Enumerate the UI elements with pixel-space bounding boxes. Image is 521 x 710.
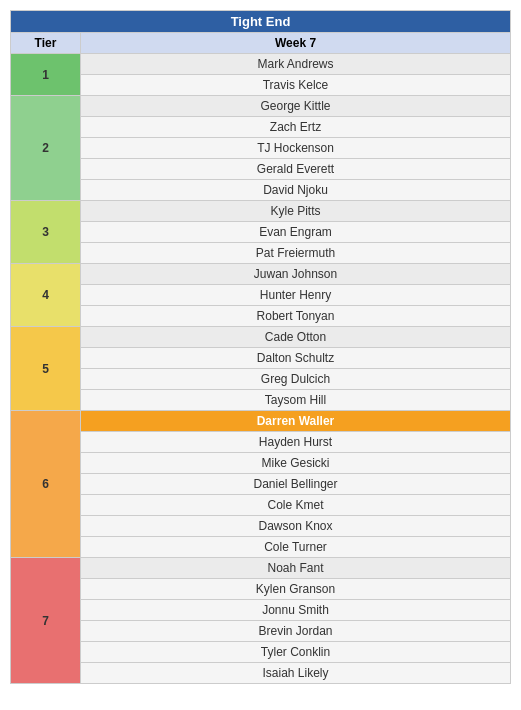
table-row: 7Noah Fant [11,558,511,579]
player-name: Juwan Johnson [81,264,511,285]
table-row: Isaiah Likely [11,663,511,684]
table-row: Jonnu Smith [11,600,511,621]
table-row: 5Cade Otton [11,327,511,348]
player-name: Hunter Henry [81,285,511,306]
table-row: Travis Kelce [11,75,511,96]
player-name: Dalton Schultz [81,348,511,369]
table-row: Brevin Jordan [11,621,511,642]
table-row: Robert Tonyan [11,306,511,327]
tier-3-cell: 3 [11,201,81,264]
player-name: TJ Hockenson [81,138,511,159]
tier-7-cell: 7 [11,558,81,684]
player-name: Greg Dulcich [81,369,511,390]
player-name: Noah Fant [81,558,511,579]
table-row: Taysom Hill [11,390,511,411]
tier-4-cell: 4 [11,264,81,327]
table-row: 6Darren Waller [11,411,511,432]
player-name: Cole Turner [81,537,511,558]
rankings-table: Tight End Tier Week 7 1Mark AndrewsTravi… [10,10,511,684]
player-name: Mike Gesicki [81,453,511,474]
table-row: Cole Turner [11,537,511,558]
player-name: Mark Andrews [81,54,511,75]
player-name: Travis Kelce [81,75,511,96]
player-name: George Kittle [81,96,511,117]
table-title: Tight End [11,11,511,33]
player-name: David Njoku [81,180,511,201]
player-name: Darren Waller [81,411,511,432]
table-row: Daniel Bellinger [11,474,511,495]
table-row: Evan Engram [11,222,511,243]
table-row: Pat Freiermuth [11,243,511,264]
table-row: Zach Ertz [11,117,511,138]
player-name: Taysom Hill [81,390,511,411]
table-row: Hunter Henry [11,285,511,306]
player-name: Daniel Bellinger [81,474,511,495]
table-row: 1Mark Andrews [11,54,511,75]
table-row: Kylen Granson [11,579,511,600]
player-name: Kylen Granson [81,579,511,600]
tier-6-cell: 6 [11,411,81,558]
main-container: Tight End Tier Week 7 1Mark AndrewsTravi… [10,10,511,684]
tier-col-header: Tier [11,33,81,54]
player-name: Brevin Jordan [81,621,511,642]
player-name: Cole Kmet [81,495,511,516]
player-name: Isaiah Likely [81,663,511,684]
table-row: 4Juwan Johnson [11,264,511,285]
table-row: Hayden Hurst [11,432,511,453]
player-name: Evan Engram [81,222,511,243]
table-row: Gerald Everett [11,159,511,180]
player-name: Cade Otton [81,327,511,348]
table-row: Mike Gesicki [11,453,511,474]
tier-1-cell: 1 [11,54,81,96]
table-row: Tyler Conklin [11,642,511,663]
player-name: Tyler Conklin [81,642,511,663]
player-name: Pat Freiermuth [81,243,511,264]
table-row: Greg Dulcich [11,369,511,390]
table-row: David Njoku [11,180,511,201]
tier-2-cell: 2 [11,96,81,201]
week-col-header: Week 7 [81,33,511,54]
player-name: Jonnu Smith [81,600,511,621]
player-name: Kyle Pitts [81,201,511,222]
player-name: Zach Ertz [81,117,511,138]
player-name: Hayden Hurst [81,432,511,453]
table-row: 3Kyle Pitts [11,201,511,222]
player-name: Dawson Knox [81,516,511,537]
table-row: TJ Hockenson [11,138,511,159]
table-row: Dalton Schultz [11,348,511,369]
player-name: Gerald Everett [81,159,511,180]
table-row: 2George Kittle [11,96,511,117]
table-row: Cole Kmet [11,495,511,516]
player-name: Robert Tonyan [81,306,511,327]
table-row: Dawson Knox [11,516,511,537]
tier-5-cell: 5 [11,327,81,411]
